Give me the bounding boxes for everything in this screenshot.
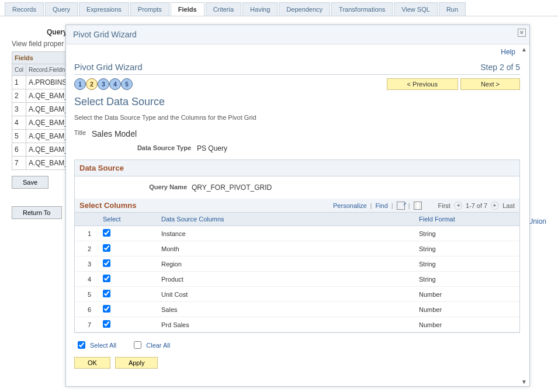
pivot-grid-wizard-modal: Pivot Grid Wizard ✕ ▲ Help Pivot Grid Wi…	[65, 25, 530, 225]
select-columns-title: Select Columns	[79, 201, 137, 210]
next-button[interactable]: Next >	[460, 78, 520, 90]
row-num: 7	[12, 157, 26, 170]
step-circles: 12345	[74, 78, 133, 90]
data-source-header: Data Source	[75, 160, 519, 176]
tab-dependency[interactable]: Dependency	[279, 2, 330, 16]
ds-type-value: PS Query	[197, 144, 227, 152]
tab-transformations[interactable]: Transformations	[331, 2, 393, 16]
step-circle-2[interactable]: 2	[86, 78, 98, 90]
table-row: 4A.QE_BAM_	[12, 116, 73, 130]
wizard-title: Pivot Grid Wizard	[74, 62, 143, 72]
col-header-1: Col	[12, 64, 26, 76]
table-row: 7A.QE_BAM_	[12, 157, 73, 170]
next-page-icon[interactable]: ►	[491, 202, 499, 210]
tab-viewsql[interactable]: View SQL	[394, 2, 438, 16]
query-name-value: QRY_FOR_PIVOT_GRID	[192, 183, 272, 192]
step-circle-5[interactable]: 5	[121, 78, 133, 90]
title-value: Sales Model	[92, 129, 137, 138]
select-columns-table: Select Data Source Columns Field Format …	[75, 213, 519, 225]
data-source-box: Data Source Query Name QRY_FOR_PIVOT_GRI…	[74, 159, 520, 225]
tab-expressions[interactable]: Expressions	[79, 2, 129, 16]
close-icon[interactable]: ✕	[518, 29, 526, 37]
zoom-icon[interactable]: ↗	[397, 202, 405, 210]
row-num: 2	[12, 89, 26, 103]
prev-page-icon[interactable]: ◄	[454, 202, 462, 210]
tab-prompts[interactable]: Prompts	[130, 2, 169, 16]
section-title: Select Data Source	[74, 96, 520, 108]
save-button[interactable]: Save	[12, 176, 48, 189]
query-name-label: Query Name	[82, 183, 187, 192]
tab-query[interactable]: Query	[45, 2, 78, 16]
first-link[interactable]: First	[438, 202, 450, 209]
ds-type-label: Data Source Type	[74, 144, 191, 152]
modal-title: Pivot Grid Wizard	[73, 30, 137, 39]
modal-header: Pivot Grid Wizard ✕	[66, 25, 529, 44]
table-row: 1A.PROBINST	[12, 76, 73, 89]
tabbar: Records Query Expressions Prompts Fields…	[0, 0, 558, 16]
tab-having[interactable]: Having	[242, 2, 278, 16]
modal-body: Help Pivot Grid Wizard Step 2 of 5 12345…	[66, 44, 529, 225]
tab-records[interactable]: Records	[5, 2, 44, 16]
help-link[interactable]: Help	[501, 48, 515, 56]
th-ds-columns[interactable]: Data Source Columns	[157, 213, 414, 225]
section-subtitle: Select the Data Source Type and the Colu…	[74, 114, 520, 121]
table-row: 2A.QE_BAM_	[12, 89, 73, 103]
last-link[interactable]: Last	[502, 202, 515, 209]
step-circle-4[interactable]: 4	[109, 78, 121, 90]
row-num: 6	[12, 143, 26, 157]
step-label: Step 2 of 5	[480, 63, 520, 72]
title-label: Title	[66, 129, 86, 138]
union-link[interactable]: Union	[528, 217, 546, 225]
personalize-link[interactable]: Personalize	[333, 202, 366, 209]
range-label: 1-7 of 7	[466, 202, 487, 209]
table-row: 3A.QE_BAM_	[12, 103, 73, 116]
find-link[interactable]: Find	[375, 202, 387, 209]
previous-button[interactable]: < Previous	[387, 78, 458, 90]
row-num: 4	[12, 116, 26, 130]
step-circle-1[interactable]: 1	[74, 78, 86, 90]
th-select[interactable]: Select	[98, 213, 157, 225]
step-circle-3[interactable]: 3	[98, 78, 109, 90]
th-field-format[interactable]: Field Format	[414, 213, 519, 225]
tab-fields[interactable]: Fields	[171, 2, 205, 16]
grid-icon[interactable]	[414, 202, 422, 210]
row-num: 1	[12, 76, 26, 89]
table-row: 6A.QE_BAM_	[12, 143, 73, 157]
fields-title: Fields	[12, 52, 73, 64]
row-num: 5	[12, 130, 26, 143]
table-row: 5A.QE_BAM_	[12, 130, 73, 143]
return-button[interactable]: Return To	[12, 206, 62, 219]
row-num: 3	[12, 103, 26, 116]
tab-criteria[interactable]: Criteria	[206, 2, 241, 16]
fields-table: Fields Col Record.Fieldn 1A.PROBINST2A.Q…	[12, 51, 73, 170]
tab-run[interactable]: Run	[439, 2, 466, 16]
